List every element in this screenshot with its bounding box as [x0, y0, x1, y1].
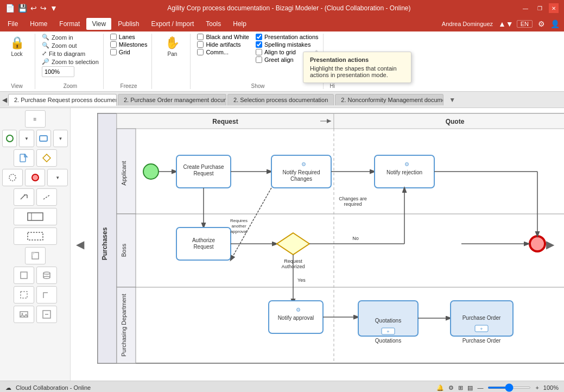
pan-label: Pan [168, 51, 178, 57]
settings-icon[interactable]: ⚙ [536, 20, 547, 28]
doc-tab-4[interactable]: 2. Nonconformity Management documentatio… [335, 94, 443, 105]
menu-home[interactable]: Home [24, 18, 53, 30]
end-event-tool[interactable] [25, 169, 46, 186]
toolbar-row-10 [2, 286, 68, 304]
doc-tab-3[interactable]: 2. Selection process documentation [227, 94, 334, 105]
dropdown-tool-3[interactable]: ▼ [47, 169, 68, 186]
presentation-actions-checkbox-row[interactable]: Presentation actions [256, 34, 319, 40]
maximize-button[interactable]: ❐ [535, 3, 544, 13]
lang-label[interactable]: EN [517, 20, 533, 28]
canvas[interactable]: ◀ ▶ Purchases Request Quote [71, 108, 564, 381]
pan-button[interactable]: ✋ Pan [159, 34, 186, 59]
zoom-level-label: 100% [543, 384, 559, 391]
zoom-in-icon: 🔍 [42, 34, 49, 41]
svg-point-44 [143, 164, 159, 179]
menu-view[interactable]: View [86, 18, 111, 30]
menu-file[interactable]: File [2, 18, 23, 30]
image-tool[interactable] [14, 306, 34, 323]
black-white-checkbox[interactable] [197, 34, 204, 40]
tab-nav-back[interactable]: ◀ [2, 96, 7, 104]
corner-tool[interactable] [36, 286, 57, 304]
menu-publish[interactable]: Publish [112, 18, 144, 30]
milestones-checkbox[interactable] [110, 41, 117, 48]
zoom-minus-status[interactable]: — [477, 384, 483, 391]
comm-checkbox-row[interactable]: Comm... [197, 49, 249, 55]
event-tool[interactable] [2, 169, 23, 186]
tooltip-title: Presentation actions [310, 56, 404, 63]
menu-help[interactable]: Help [227, 18, 252, 30]
file-tool[interactable] [14, 267, 34, 284]
spelling-checkbox-row[interactable]: Spelling mistakes [256, 41, 319, 48]
ribbon-group-freeze: Lanes Milestones Grid Freeze [110, 34, 153, 89]
diamond-tool[interactable] [36, 149, 57, 167]
bell-icon[interactable]: 🔔 [436, 384, 444, 391]
zoom-plus-status[interactable]: + [535, 384, 538, 391]
grid-checkbox[interactable] [110, 49, 117, 55]
document-tabs: ◀ 2. Purchase Request process documentat… [0, 92, 564, 108]
spelling-checkbox[interactable] [256, 41, 262, 48]
dropdown-tool-1[interactable]: ▼ [19, 130, 34, 147]
zoom-in-button[interactable]: 🔍 Zoom in [42, 34, 99, 41]
rect-tool[interactable] [36, 130, 51, 147]
settings-icon-status[interactable]: ⚙ [448, 384, 454, 391]
svg-point-20 [43, 276, 50, 279]
data-obj-tool[interactable] [14, 149, 34, 167]
align-grid-checkbox[interactable] [256, 49, 262, 55]
connector-tool[interactable] [14, 188, 34, 206]
sub-process-tool[interactable] [36, 306, 57, 323]
nav-arrow-right[interactable]: ▶ [546, 238, 554, 251]
lanes-checkbox-row[interactable]: Lanes [110, 34, 148, 40]
dropdown-tool-2[interactable]: ▼ [53, 130, 68, 147]
app-icon-1: 📄 [5, 4, 15, 12]
lock-button[interactable]: 🔒 Lock [3, 34, 30, 59]
window-controls[interactable]: — ❐ ✕ [521, 3, 559, 13]
doc-tab-2[interactable]: 2. Purchase Order management documentati… [118, 94, 226, 105]
svg-marker-15 [32, 252, 35, 256]
hide-artifacts-checkbox[interactable] [197, 41, 204, 48]
db-tool[interactable] [36, 267, 57, 284]
zoom-out-button[interactable]: 🔍 Zoom out [42, 42, 99, 49]
tooltip-body: Highlight the shapes that contain action… [310, 65, 404, 78]
minimize-button[interactable]: — [521, 3, 530, 13]
pool-tool[interactable] [14, 208, 57, 225]
zoom-to-selection-button[interactable]: 🔎 Zoom to selection [42, 58, 99, 65]
menu-tools[interactable]: Tools [200, 18, 226, 30]
menu-format[interactable]: Format [54, 18, 85, 30]
toolbar-row-2: ▼ ▼ [2, 130, 68, 147]
nav-arrow-left[interactable]: ◀ [76, 238, 84, 251]
view-icon-2[interactable]: ▤ [467, 384, 473, 391]
svg-point-17 [43, 272, 50, 274]
shapes-panel-button[interactable]: ≡ [25, 110, 46, 128]
lane-tool[interactable] [14, 227, 57, 245]
lock-icon: 🔒 [10, 36, 24, 50]
doc-tab-1[interactable]: 2. Purchase Request process documentatio… [8, 94, 117, 106]
svg-text:Request: Request [193, 244, 213, 250]
black-white-checkbox-row[interactable]: Black and White [197, 34, 249, 40]
milestones-checkbox-row[interactable]: Milestones [110, 41, 148, 48]
zoom-slider[interactable] [487, 387, 531, 389]
svg-text:+: + [386, 329, 389, 334]
hide-artifacts-checkbox-row[interactable]: Hide artifacts [197, 41, 249, 48]
view-icon-1[interactable]: ⊞ [458, 384, 463, 391]
zoom-input[interactable] [42, 66, 74, 77]
close-button[interactable]: ✕ [549, 3, 559, 13]
text-note-tool[interactable] [25, 247, 46, 264]
svg-text:Requires: Requires [230, 218, 248, 223]
menu-export-import[interactable]: Export / Import [146, 18, 200, 30]
fit-to-diagram-button[interactable]: ⤢ Fit to diagram [42, 50, 99, 57]
grid-label: Grid [119, 49, 130, 55]
circle-tool[interactable] [2, 130, 17, 147]
pan-group-label [159, 87, 186, 89]
svg-point-77 [530, 236, 545, 251]
lanes-checkbox[interactable] [110, 34, 117, 40]
user-icon[interactable]: 👤 [548, 20, 562, 28]
dashed-rect-tool[interactable] [14, 286, 34, 304]
doc-tab-4-label: 2. Nonconformity Management documentatio… [341, 97, 443, 103]
doc-tabs-more[interactable]: ▼ [445, 94, 460, 106]
grid-checkbox-row[interactable]: Grid [110, 49, 148, 55]
presentation-actions-checkbox[interactable] [256, 34, 262, 40]
dashed-connector-tool[interactable] [36, 188, 57, 206]
greet-align-checkbox[interactable] [256, 56, 262, 63]
comm-checkbox[interactable] [197, 49, 204, 55]
ribbon: 🔒 Lock View 🔍 Zoom in 🔍 Zoom out [0, 31, 564, 92]
